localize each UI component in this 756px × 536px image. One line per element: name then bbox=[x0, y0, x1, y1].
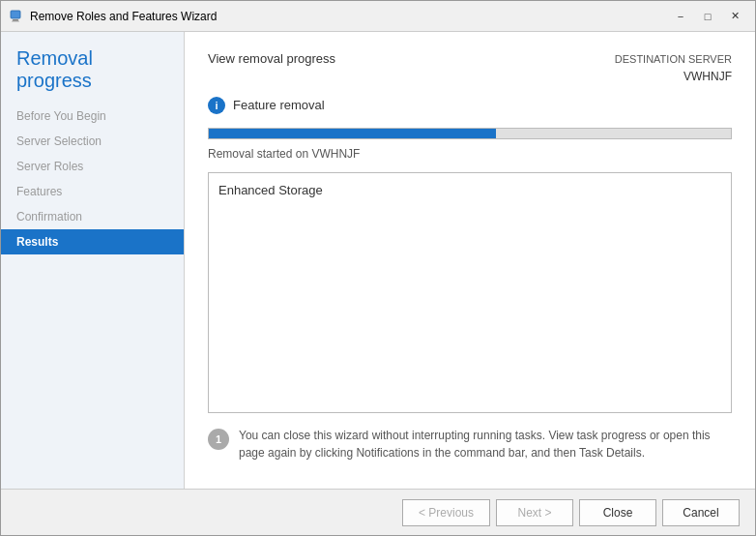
notification-badge: 1 bbox=[208, 429, 229, 450]
svg-rect-0 bbox=[11, 11, 20, 18]
sidebar-item-features: Features bbox=[1, 179, 184, 204]
maximize-button[interactable]: □ bbox=[695, 6, 720, 27]
close-button[interactable]: Close bbox=[579, 499, 656, 526]
sidebar: Removal progress Before You Begin Server… bbox=[1, 32, 185, 489]
page-title-area: Removal progress bbox=[1, 32, 184, 104]
main-window: Remove Roles and Features Wizard − □ ✕ R… bbox=[0, 0, 756, 536]
destination-server-name: VWHNJF bbox=[615, 68, 732, 85]
notification-text: You can close this wizard without interr… bbox=[239, 427, 732, 462]
section-title: View removal progress bbox=[208, 51, 335, 66]
main-header: View removal progress DESTINATION SERVER… bbox=[208, 51, 732, 85]
window-controls: − □ ✕ bbox=[668, 6, 747, 27]
app-icon bbox=[9, 9, 24, 24]
window-close-button[interactable]: ✕ bbox=[722, 6, 747, 27]
feature-removal-label: Feature removal bbox=[233, 98, 325, 112]
sidebar-item-server-selection: Server Selection bbox=[1, 129, 184, 154]
previous-button[interactable]: < Previous bbox=[402, 499, 490, 526]
sidebar-item-confirmation: Confirmation bbox=[1, 204, 184, 229]
notification-area: 1 You can close this wizard without inte… bbox=[208, 427, 732, 469]
sidebar-nav: Before You Begin Server Selection Server… bbox=[1, 104, 184, 254]
window-title: Remove Roles and Features Wizard bbox=[30, 10, 668, 23]
removal-status: Removal started on VWHNJF bbox=[208, 147, 732, 161]
progress-bar-fill bbox=[209, 129, 496, 138]
sidebar-item-before-you-begin: Before You Begin bbox=[1, 104, 184, 129]
sidebar-item-results: Results bbox=[1, 229, 184, 254]
progress-bar-container bbox=[208, 128, 732, 139]
info-icon: i bbox=[208, 97, 225, 114]
cancel-button[interactable]: Cancel bbox=[662, 499, 740, 526]
svg-rect-2 bbox=[12, 20, 19, 21]
title-bar: Remove Roles and Features Wizard − □ ✕ bbox=[1, 1, 755, 32]
content-area: Removal progress Before You Begin Server… bbox=[1, 32, 755, 489]
sidebar-item-server-roles: Server Roles bbox=[1, 154, 184, 179]
page-title: Removal progress bbox=[16, 47, 168, 92]
footer: < Previous Next > Close Cancel bbox=[1, 489, 755, 535]
destination-server-label: DESTINATION SERVER bbox=[615, 51, 732, 68]
minimize-button[interactable]: − bbox=[668, 6, 693, 27]
feature-removal-row: i Feature removal bbox=[208, 97, 732, 114]
destination-server-block: DESTINATION SERVER VWHNJF bbox=[615, 51, 732, 85]
results-box: Enhanced Storage bbox=[208, 172, 732, 414]
next-button[interactable]: Next > bbox=[496, 499, 573, 526]
main-content: View removal progress DESTINATION SERVER… bbox=[185, 32, 755, 489]
results-content: Enhanced Storage bbox=[218, 183, 721, 197]
